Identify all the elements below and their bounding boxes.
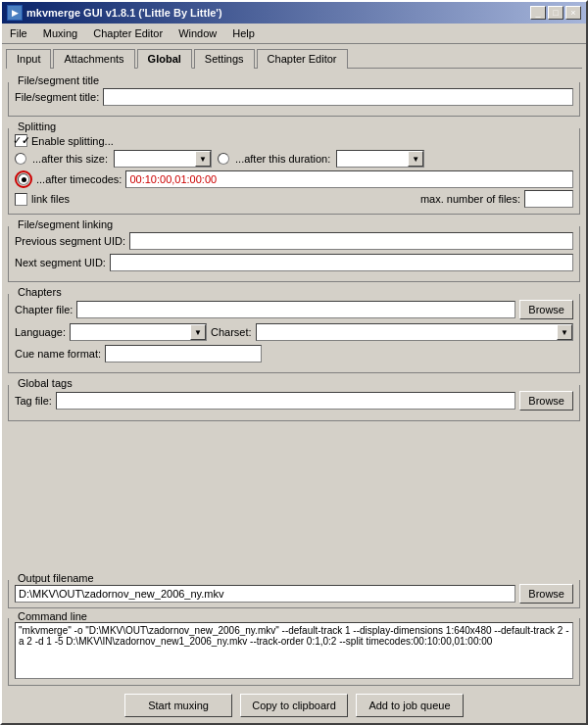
chapter-file-label: Chapter file: [15,304,73,315]
after-duration-label: ...after this duration: [235,153,330,165]
tab-global[interactable]: Global [137,49,192,69]
window-title: mkvmerge GUI v1.8.1 ('Little By Little') [26,7,222,19]
tag-file-input[interactable] [56,392,515,410]
file-title-field-label: File/segment title: [15,91,99,103]
file-segment-title-label: File/segment title [15,74,102,86]
global-tags-label: Global tags [15,377,75,389]
tab-chapter-editor[interactable]: Chapter Editor [257,49,348,69]
max-files-input[interactable] [524,190,573,208]
tab-input[interactable]: Input [6,49,51,69]
bottom-buttons: Start muxing Copy to clipboard Add to jo… [2,688,586,723]
language-arrow[interactable]: ▼ [190,324,206,340]
output-filename-input[interactable] [15,585,515,603]
after-size-radio[interactable] [15,153,26,165]
tag-file-label: Tag file: [15,395,52,407]
file-segment-linking-label: File/segment linking [15,218,116,230]
copy-to-clipboard-button[interactable]: Copy to clipboard [240,694,348,717]
after-timecodes-radio[interactable] [18,173,29,185]
menu-help[interactable]: Help [224,25,263,41]
after-size-combo[interactable]: ▼ [114,150,212,168]
after-timecodes-label: ...after timecodes: [36,173,122,185]
command-line-group: Command line "mkvmerge" -o "D:\MKV\OUT\z… [8,618,580,686]
file-title-input[interactable] [103,88,573,106]
chapter-file-input[interactable] [76,301,515,318]
after-size-label: ...after this size: [32,153,108,165]
add-to-job-queue-button[interactable]: Add to job queue [356,694,464,717]
after-timecodes-radio-wrapper [15,170,32,188]
enable-splitting-row: ✓ Enable splitting... [15,134,573,147]
menu-muxing[interactable]: Muxing [35,25,85,41]
after-timecodes-input[interactable] [125,170,573,188]
menu-window[interactable]: Window [171,25,224,41]
app-icon: ▶ [7,5,23,21]
charset-arrow[interactable]: ▼ [557,324,572,340]
title-buttons: _ □ × [530,6,581,20]
output-filename-group: Output filename Browse [8,580,580,608]
splitting-label: Splitting [15,121,59,132]
chapter-file-row: Chapter file: Browse [15,300,573,319]
command-line-label: Command line [15,610,90,622]
after-size-arrow[interactable]: ▼ [195,151,211,167]
start-muxing-button[interactable]: Start muxing [124,694,232,717]
chapters-label: Chapters [15,286,65,298]
menu-file[interactable]: File [2,25,35,41]
splitting-group: Splitting ✓ Enable splitting... ...after… [8,128,580,215]
tags-browse-button[interactable]: Browse [519,391,573,411]
charset-combo[interactable]: ▼ [256,323,573,341]
file-segment-linking-group: File/segment linking Previous segment UI… [8,226,580,282]
main-window: ▶ mkvmerge GUI v1.8.1 ('Little By Little… [0,0,588,725]
next-uid-row: Next segment UID: [15,254,573,271]
chapter-browse-button[interactable]: Browse [519,300,573,319]
language-combo[interactable]: ▼ [70,323,207,341]
title-bar: ▶ mkvmerge GUI v1.8.1 ('Little By Little… [2,2,586,24]
charset-label: Charset: [211,326,252,338]
spacer [8,425,580,566]
menu-chapter-editor[interactable]: Chapter Editor [85,25,171,41]
next-uid-label: Next segment UID: [15,257,106,268]
prev-uid-label: Previous segment UID: [15,235,125,247]
content-area: File/segment title File/segment title: S… [2,69,586,572]
output-filename-row: Browse [15,584,573,604]
after-duration-radio[interactable] [218,153,229,165]
max-files-label: max. number of files: [420,193,520,205]
max-files-section: max. number of files: [420,190,573,208]
tab-settings[interactable]: Settings [194,49,255,69]
prev-uid-input[interactable] [129,232,573,250]
language-charset-row: Language: ▼ Charset: ▼ [15,323,573,341]
tab-attachments[interactable]: Attachments [53,49,134,69]
title-bar-left: ▶ mkvmerge GUI v1.8.1 ('Little By Little… [7,5,222,21]
file-title-row: File/segment title: [15,88,573,106]
enable-splitting-text: Enable splitting... [31,135,114,147]
after-duration-combo[interactable]: ▼ [336,150,424,168]
close-button[interactable]: × [565,6,581,20]
file-segment-title-group: File/segment title File/segment title: [8,82,580,117]
cue-name-input[interactable] [105,345,262,362]
output-browse-button[interactable]: Browse [519,584,573,604]
after-duration-value [337,158,408,160]
charset-value [257,331,557,333]
tabs-bar: Input Attachments Global Settings Chapte… [2,44,586,68]
cue-name-label: Cue name format: [15,348,101,360]
enable-splitting-checkbox[interactable]: ✓ [15,134,27,147]
after-size-value [115,158,195,160]
cue-name-row: Cue name format: [15,345,573,362]
command-line-section: Command line "mkvmerge" -o "D:\MKV\OUT\z… [2,610,586,688]
after-duration-arrow[interactable]: ▼ [408,151,423,167]
prev-uid-row: Previous segment UID: [15,232,573,250]
tag-file-row: Tag file: Browse [15,391,573,411]
menu-bar: File Muxing Chapter Editor Window Help [2,24,586,44]
language-label: Language: [15,326,66,338]
next-uid-input[interactable] [110,254,573,271]
maximize-button[interactable]: □ [548,6,564,20]
link-files-label: link files [31,193,70,205]
link-files-checkbox[interactable] [15,193,27,206]
chapters-group: Chapters Chapter file: Browse Language: … [8,294,580,373]
output-filename-section: Output filename Browse [2,572,586,610]
link-files-section: link files [15,193,70,206]
minimize-button[interactable]: _ [530,6,546,20]
global-tags-group: Global tags Tag file: Browse [8,385,580,421]
command-line-textarea[interactable]: "mkvmerge" -o "D:\MKV\OUT\zadornov_new_2… [15,622,573,679]
after-timecodes-row: ...after timecodes: [15,170,573,188]
size-duration-row: ...after this size: ▼ ...after this dura… [15,150,573,168]
output-filename-label: Output filename [15,572,97,584]
